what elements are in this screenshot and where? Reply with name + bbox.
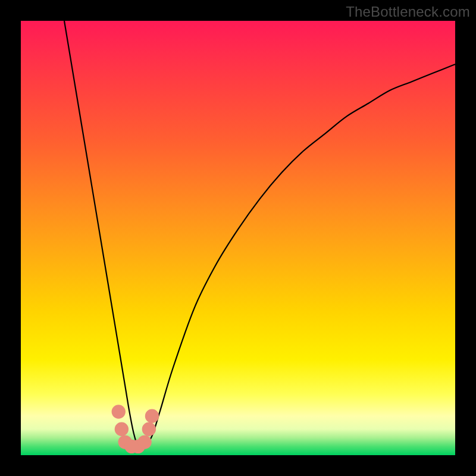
curve-marker (112, 405, 126, 418)
chart-overlay (21, 21, 455, 455)
curve-marker (142, 422, 156, 436)
curve-markers (112, 405, 159, 453)
watermark-text: TheBottleneck.com (346, 4, 470, 20)
curve-marker (115, 422, 129, 436)
bottleneck-curve (64, 21, 455, 448)
plot-area (21, 21, 455, 455)
curve-marker (137, 435, 151, 449)
curve-marker (145, 409, 159, 423)
chart-frame: TheBottleneck.com (0, 0, 476, 476)
